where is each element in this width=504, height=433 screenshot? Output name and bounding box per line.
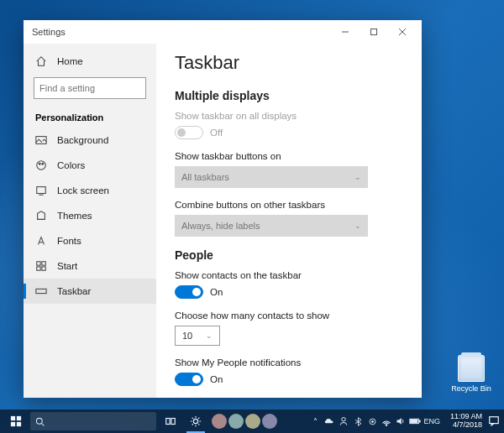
svg-rect-24 <box>171 419 175 425</box>
svg-point-25 <box>193 419 197 423</box>
recycle-bin[interactable]: Recycle Bin <box>450 355 492 393</box>
nav-label: Start <box>57 261 77 271</box>
nav-lockscreen[interactable]: Lock screen <box>24 178 156 203</box>
titlebar: Settings <box>24 20 422 44</box>
nav-start[interactable]: Start <box>24 253 156 279</box>
people-notifications-toggle[interactable]: On <box>175 373 403 386</box>
fonts-icon <box>35 235 47 247</box>
show-all-displays-label: Show taskbar on all displays <box>175 111 403 121</box>
volume-icon[interactable] <box>395 416 407 426</box>
avatar[interactable] <box>245 414 260 429</box>
settings-app-taskbar[interactable] <box>183 410 208 433</box>
svg-rect-20 <box>17 422 21 426</box>
date: 4/7/2018 <box>450 421 482 430</box>
toggle-state: On <box>210 374 223 384</box>
svg-point-7 <box>37 161 46 170</box>
maximize-button[interactable] <box>360 22 388 42</box>
location-icon[interactable] <box>366 417 378 426</box>
nav-taskbar[interactable]: Taskbar <box>24 279 156 304</box>
picture-icon <box>35 134 47 146</box>
svg-point-26 <box>342 418 346 422</box>
svg-rect-18 <box>17 416 21 420</box>
toggle-switch[interactable] <box>175 285 203 299</box>
nav-label: Themes <box>57 211 92 221</box>
lockscreen-icon <box>35 185 47 196</box>
themes-icon <box>35 210 47 222</box>
svg-rect-16 <box>36 289 46 293</box>
dropdown-value: Always, hide labels <box>181 221 260 231</box>
toggle-switch[interactable] <box>175 373 203 386</box>
nav-themes[interactable]: Themes <box>24 203 156 228</box>
taskbar-buttons-on-label: Show taskbar buttons on <box>175 151 403 161</box>
taskbar-search[interactable] <box>30 412 156 430</box>
svg-rect-12 <box>37 262 40 265</box>
combine-other-dropdown[interactable]: Always, hide labels ⌄ <box>175 215 368 237</box>
nav-fonts[interactable]: Fonts <box>24 228 156 253</box>
network-icon[interactable] <box>381 416 392 426</box>
avatar[interactable] <box>228 414 244 429</box>
toggle-switch <box>175 126 203 139</box>
sidebar: Home Personalization Background Colors L… <box>24 44 156 398</box>
svg-rect-15 <box>42 267 45 270</box>
chevron-down-icon: ⌄ <box>206 331 213 340</box>
battery-icon[interactable] <box>409 416 421 426</box>
bluetooth-icon[interactable] <box>352 417 364 426</box>
minimize-button[interactable] <box>331 22 360 42</box>
svg-point-28 <box>371 420 373 422</box>
onedrive-icon[interactable] <box>323 416 335 426</box>
nav-label: Background <box>57 135 108 145</box>
svg-rect-14 <box>37 267 40 270</box>
page-title: Taskbar <box>175 52 403 74</box>
content-pane: Taskbar Multiple displays Show taskbar o… <box>156 44 422 398</box>
svg-rect-33 <box>490 417 499 424</box>
taskbar-icon <box>35 285 47 297</box>
svg-rect-17 <box>11 416 15 420</box>
show-contacts-toggle[interactable]: On <box>175 285 403 299</box>
dropdown-value: 10 <box>182 331 192 341</box>
nav-label: Lock screen <box>57 185 109 196</box>
start-button[interactable] <box>3 410 29 433</box>
taskbar-buttons-on-dropdown[interactable]: All taskbars ⌄ <box>175 166 368 188</box>
people-notifications-label: Show My People notifications <box>175 357 403 368</box>
nav-home-label: Home <box>57 56 83 66</box>
settings-window: Settings Home Personalization Background… <box>24 20 422 398</box>
toggle-state: Off <box>210 128 223 138</box>
svg-point-29 <box>386 425 388 426</box>
nav-colors[interactable]: Colors <box>24 153 156 178</box>
how-many-contacts-dropdown[interactable]: 10 ⌄ <box>175 326 220 346</box>
people-tray-icon[interactable] <box>338 416 349 426</box>
clock[interactable]: 11:09 AM 4/7/2018 <box>445 413 487 430</box>
svg-rect-23 <box>166 419 170 425</box>
chevron-down-icon: ⌄ <box>354 222 361 230</box>
search-input[interactable] <box>34 77 146 99</box>
show-all-displays-toggle: Off <box>175 126 403 139</box>
svg-rect-19 <box>11 422 15 426</box>
svg-rect-32 <box>411 420 417 423</box>
svg-rect-13 <box>42 262 45 265</box>
close-button[interactable] <box>388 22 417 42</box>
keyboard-layout[interactable]: ENG <box>423 417 440 425</box>
nav-label: Fonts <box>57 236 81 246</box>
svg-line-22 <box>42 423 45 425</box>
show-contacts-label: Show contacts on the taskbar <box>175 270 403 280</box>
svg-point-9 <box>42 163 44 164</box>
taskbar-people[interactable] <box>212 414 277 429</box>
start-icon <box>35 260 47 272</box>
nav-background[interactable]: Background <box>24 128 156 153</box>
nav-label: Colors <box>57 160 85 170</box>
nav-label: Taskbar <box>57 286 91 296</box>
task-view-button[interactable] <box>158 410 183 433</box>
svg-point-21 <box>36 418 42 424</box>
action-center-button[interactable] <box>487 415 501 428</box>
nav-home[interactable]: Home <box>24 49 156 74</box>
tray-overflow-icon[interactable]: ˄ <box>309 417 321 426</box>
svg-rect-1 <box>371 29 377 35</box>
avatar[interactable] <box>262 414 277 429</box>
people-heading: People <box>175 248 403 262</box>
taskbar: ˄ ENG 11:09 AM 4/7/2018 <box>0 410 504 433</box>
home-icon <box>35 55 47 67</box>
search-field[interactable] <box>39 83 155 93</box>
avatar[interactable] <box>212 414 227 429</box>
svg-rect-10 <box>37 187 46 194</box>
svg-rect-31 <box>419 420 421 422</box>
